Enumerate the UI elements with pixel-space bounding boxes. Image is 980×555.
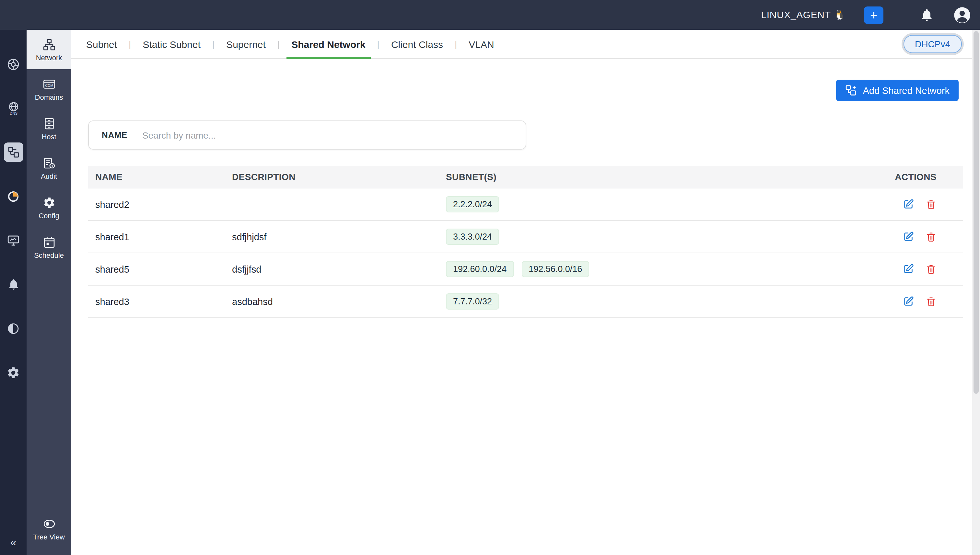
sidebar-item-host[interactable]: Host [27, 109, 71, 148]
sidebar-item-label: Tree View [33, 533, 65, 541]
theme-toggle-icon[interactable] [3, 319, 23, 338]
tab-shared-network[interactable]: Shared Network [286, 29, 370, 59]
edit-row-button[interactable] [903, 296, 914, 307]
tab-vlan[interactable]: VLAN [463, 29, 499, 59]
row-actions-cell [879, 285, 963, 318]
row-description-cell: dsfjjfsd [225, 253, 439, 285]
agent-label: LINUX_AGENT 🐧 [761, 9, 846, 21]
row-subnets-cell: 7.7.7.0/32 [439, 285, 879, 318]
delete-row-button[interactable] [925, 199, 937, 210]
table-row: shared5dsfjjfsd192.60.0.0/24192.56.0.0/1… [88, 253, 963, 285]
row-description-cell: sdfjhjdsf [225, 220, 439, 253]
sidebar-item-domains[interactable]: COM Domains [27, 69, 71, 109]
tab-separator: | [277, 39, 280, 49]
bell-icon [920, 8, 934, 22]
edit-row-button[interactable] [903, 231, 914, 242]
collapse-sidebar-icon[interactable]: « [0, 536, 27, 550]
trash-icon [925, 199, 937, 210]
user-avatar[interactable] [953, 6, 971, 24]
row-name-cell: shared2 [88, 188, 225, 220]
app-window: LINUX_AGENT 🐧 + [0, 0, 980, 555]
subnet-chip: 7.7.7.0/32 [446, 294, 499, 310]
header-name: NAME [88, 166, 225, 188]
trash-icon [925, 264, 937, 275]
row-description-cell [225, 188, 439, 220]
edit-icon [903, 296, 914, 307]
notifications-button[interactable] [920, 8, 934, 22]
table-body: shared22.2.2.0/24 shared1sdfjhjdsf3.3.3.… [88, 188, 963, 318]
sidebar-item-schedule[interactable]: Schedule [27, 227, 71, 267]
trash-icon [925, 296, 937, 307]
tab-supernet[interactable]: Supernet [221, 29, 271, 59]
add-shared-network-button[interactable]: Add Shared Network [836, 80, 959, 101]
alerts-bell-icon[interactable] [3, 274, 23, 294]
table-header-row: NAME DESCRIPTION SUBNET(S) ACTIONS [88, 166, 963, 188]
tab-separator: | [377, 39, 380, 49]
delete-row-button[interactable] [925, 231, 937, 242]
settings-gear-icon[interactable] [3, 363, 23, 382]
edit-icon [903, 231, 914, 242]
sidebar-item-label: Audit [41, 172, 57, 180]
table-row: shared1sdfjhjdsf3.3.3.0/24 [88, 220, 963, 253]
row-actions-cell [879, 188, 963, 220]
avatar-icon [953, 6, 971, 24]
subnet-chip: 192.60.0.0/24 [446, 261, 514, 277]
monitoring-icon[interactable] [3, 231, 23, 250]
edit-icon [903, 264, 914, 275]
edit-row-button[interactable] [903, 264, 914, 275]
header-actions: ACTIONS [879, 166, 963, 188]
dashboard-icon[interactable] [3, 55, 23, 74]
server-icon [42, 117, 55, 130]
sidebar-item-config[interactable]: Config [27, 188, 71, 227]
tab-separator: | [455, 39, 457, 49]
sidebar-item-label: Schedule [34, 251, 64, 259]
sidebar-item-label: Domains [35, 93, 63, 101]
edit-row-button[interactable] [903, 199, 914, 210]
module-sidebar: Network COM Domains Host [27, 30, 71, 555]
quick-add-button[interactable]: + [864, 6, 883, 24]
subnet-chip: 3.3.3.0/24 [446, 229, 499, 245]
sidebar-item-tree-view[interactable]: Tree View [27, 509, 71, 549]
scrollbar-thumb[interactable] [974, 31, 979, 394]
tab-client-class[interactable]: Client Class [386, 29, 448, 59]
delete-row-button[interactable] [925, 296, 937, 307]
row-subnets-cell: 3.3.3.0/24 [439, 220, 879, 253]
tab-subnet[interactable]: Subnet [81, 29, 122, 59]
gears-icon [42, 196, 55, 209]
protocol-badge[interactable]: DHCPv4 [903, 35, 962, 53]
tab-static-subnet[interactable]: Static Subnet [137, 29, 206, 59]
subnet-chip: 2.2.2.0/24 [446, 196, 499, 212]
sidebar-item-network[interactable]: Network [27, 30, 71, 69]
table-row: shared3asdbahsd7.7.7.0/32 [88, 285, 963, 318]
sidebar-item-audit[interactable]: Audit [27, 148, 71, 188]
tree-view-icon [42, 517, 55, 530]
tab-separator: | [129, 39, 131, 49]
table-row: shared22.2.2.0/24 [88, 188, 963, 220]
tab-bar: Subnet | Static Subnet | Supernet | Shar… [71, 30, 972, 59]
row-subnets-cell: 192.60.0.0/24192.56.0.0/16 [439, 253, 879, 285]
network-plus-icon [845, 84, 858, 96]
add-shared-network-label: Add Shared Network [863, 85, 949, 96]
row-description-cell: asdbahsd [225, 285, 439, 318]
svg-text:COM: COM [45, 83, 53, 87]
row-name-cell: shared1 [88, 220, 225, 253]
delete-row-button[interactable] [925, 264, 937, 275]
row-name-cell: shared5 [88, 253, 225, 285]
header-description: DESCRIPTION [225, 166, 439, 188]
ipam-analytics-icon[interactable] [3, 186, 23, 206]
search-input[interactable] [141, 129, 526, 141]
row-actions-cell [879, 220, 963, 253]
svg-text:DNS: DNS [10, 111, 17, 115]
subnet-chip: 192.56.0.0/16 [521, 261, 589, 277]
dhcp-icon[interactable] [3, 143, 23, 162]
page-scrollbar[interactable] [972, 30, 980, 555]
search-name-label: NAME [102, 130, 127, 140]
sidebar-item-label: Network [36, 53, 62, 61]
tab-separator: | [212, 39, 214, 49]
dns-icon[interactable]: DNS [3, 98, 23, 118]
calendar-icon [42, 236, 55, 249]
row-subnets-cell: 2.2.2.0/24 [439, 188, 879, 220]
row-name-cell: shared3 [88, 285, 225, 318]
edit-icon [903, 199, 914, 210]
domains-icon: COM [42, 77, 55, 90]
